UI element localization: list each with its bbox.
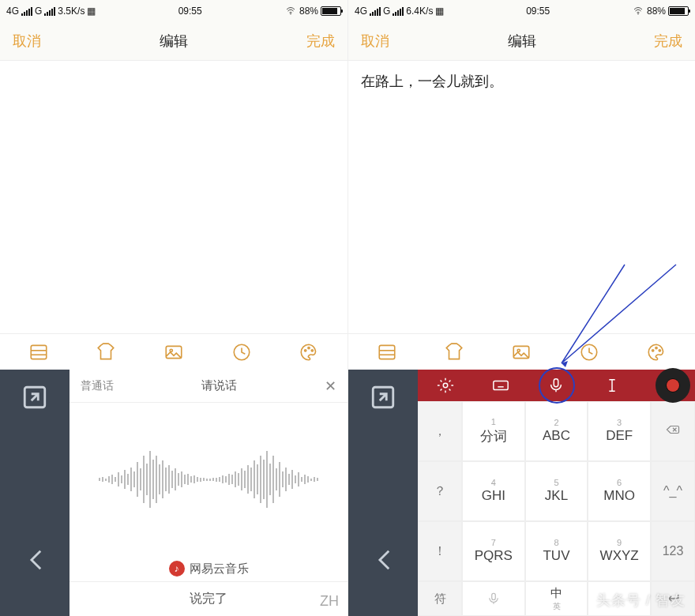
key-1[interactable]: 1分词	[462, 401, 525, 461]
key-backspace[interactable]	[651, 401, 695, 461]
clock-icon[interactable]	[577, 340, 602, 365]
nav-bar: 取消 编辑 完成	[348, 22, 695, 60]
watermark-right: 头条号 / 智友	[596, 591, 686, 610]
editor-toolbar	[0, 333, 348, 370]
keypad: ， 1分词 2ABC 3DEF ？ 4GHI 5JKL 6MNO ^_^ ！ 7…	[418, 401, 695, 581]
svg-rect-1	[31, 345, 47, 359]
key-6[interactable]: 6MNO	[588, 461, 651, 521]
status-bar: 4G G 6.4K/s ▦ 09:55 88%	[348, 0, 695, 22]
svg-point-20	[659, 349, 661, 351]
svg-point-7	[305, 349, 306, 351]
voice-language[interactable]: 普通话	[70, 379, 125, 393]
clock-icon[interactable]	[229, 340, 254, 365]
key-2[interactable]: 2ABC	[525, 401, 588, 461]
ime-sidebar	[0, 370, 70, 616]
mic-icon[interactable]	[545, 374, 567, 396]
note-editor[interactable]	[0, 60, 348, 333]
svg-point-22	[443, 383, 448, 388]
brand-row: ♪ 网易云音乐	[70, 556, 348, 581]
signal-icon-2	[44, 6, 55, 16]
voice-done-button[interactable]: 说完了	[70, 581, 348, 616]
clock: 09:55	[178, 6, 202, 17]
voice-prompt: 请说话	[125, 378, 314, 393]
close-icon[interactable]: ✕	[314, 377, 348, 395]
done-button[interactable]: 完成	[306, 32, 335, 51]
settings-icon[interactable]	[434, 374, 456, 396]
list-icon[interactable]	[374, 340, 400, 365]
key-4[interactable]: 4GHI	[462, 461, 525, 521]
keyboard-icon[interactable]	[490, 374, 512, 396]
svg-point-8	[308, 347, 310, 348]
image-icon[interactable]	[161, 340, 186, 365]
palette-icon[interactable]	[296, 340, 321, 365]
svg-rect-12	[379, 345, 395, 359]
ime-area: 普通话 请说话 ✕ ♪ 网易云音乐 说完了	[0, 370, 348, 616]
key-exclaim[interactable]: ！	[418, 521, 462, 581]
key-question[interactable]: ？	[418, 461, 462, 521]
key-lang[interactable]: 中英	[525, 581, 588, 616]
keyboard-panel: ， 1分词 2ABC 3DEF ？ 4GHI 5JKL 6MNO ^_^ ！ 7…	[418, 370, 695, 616]
network-g: G	[383, 6, 390, 17]
page-title: 编辑	[160, 32, 188, 51]
ime-area: ， 1分词 2ABC 3DEF ？ 4GHI 5JKL 6MNO ^_^ ！ 7…	[348, 370, 695, 616]
key-comma[interactable]: ，	[418, 401, 462, 461]
phone-right: 4G G 6.4K/s ▦ 09:55 88% 取消 编辑 完成 在路上，一会儿…	[348, 0, 695, 616]
key-mic-small[interactable]	[462, 581, 525, 616]
svg-rect-33	[492, 593, 496, 599]
cursor-icon[interactable]	[601, 374, 623, 396]
netease-logo-icon: ♪	[169, 561, 185, 577]
palette-icon[interactable]	[644, 340, 669, 365]
key-3[interactable]: 3DEF	[588, 401, 651, 461]
ime-sidebar	[348, 370, 418, 616]
watermark-left: ZH	[320, 593, 339, 610]
svg-point-18	[652, 349, 654, 351]
shirt-icon[interactable]	[441, 340, 467, 365]
net-speed: 3.5K/s	[58, 6, 85, 17]
wifi-icon	[632, 6, 644, 16]
sim-icon: ▦	[435, 6, 444, 17]
svg-point-19	[656, 347, 657, 348]
signal-icon	[21, 6, 32, 16]
network-4g: 4G	[355, 6, 367, 17]
svg-rect-29	[554, 379, 559, 387]
key-7[interactable]: 7PQRS	[462, 521, 525, 581]
cancel-button[interactable]: 取消	[361, 32, 389, 51]
signal-icon	[370, 6, 381, 16]
voice-panel: 普通话 请说话 ✕ ♪ 网易云音乐 说完了	[70, 370, 348, 616]
expand-icon[interactable]	[21, 384, 48, 411]
svg-rect-23	[494, 381, 508, 390]
key-123[interactable]: 123	[651, 521, 695, 581]
image-icon[interactable]	[509, 340, 534, 365]
key-emoji[interactable]: ^_^	[651, 461, 695, 521]
key-symbols[interactable]: 符	[418, 581, 462, 616]
keyboard-topbar	[418, 370, 695, 401]
music-disc-icon[interactable]	[656, 368, 690, 403]
key-5[interactable]: 5JKL	[525, 461, 588, 521]
back-icon[interactable]	[24, 547, 46, 569]
waveform	[70, 403, 348, 556]
cancel-button[interactable]: 取消	[13, 32, 41, 51]
svg-point-9	[311, 349, 313, 351]
svg-point-0	[290, 13, 291, 15]
clock: 09:55	[526, 6, 550, 17]
net-speed: 6.4K/s	[406, 6, 433, 17]
phone-left: 4G G 3.5K/s ▦ 09:55 88% 取消 编辑 完成	[0, 0, 348, 616]
status-bar: 4G G 3.5K/s ▦ 09:55 88%	[0, 0, 348, 22]
battery-pct: 88%	[647, 6, 666, 17]
brand-label: 网易云音乐	[190, 562, 249, 577]
key-8[interactable]: 8TUV	[525, 521, 588, 581]
note-editor[interactable]: 在路上，一会儿就到。	[348, 60, 695, 333]
network-g: G	[35, 6, 42, 17]
key-9[interactable]: 9WXYZ	[588, 521, 651, 581]
list-icon[interactable]	[26, 340, 51, 365]
back-icon[interactable]	[372, 547, 394, 569]
sim-icon: ▦	[87, 6, 96, 17]
battery-icon	[321, 6, 341, 16]
nav-bar: 取消 编辑 完成	[0, 22, 348, 60]
shirt-icon[interactable]	[93, 340, 118, 365]
editor-toolbar	[348, 333, 695, 370]
svg-point-11	[637, 13, 639, 15]
wifi-icon	[284, 6, 297, 16]
expand-icon[interactable]	[370, 384, 396, 411]
done-button[interactable]: 完成	[654, 32, 682, 51]
